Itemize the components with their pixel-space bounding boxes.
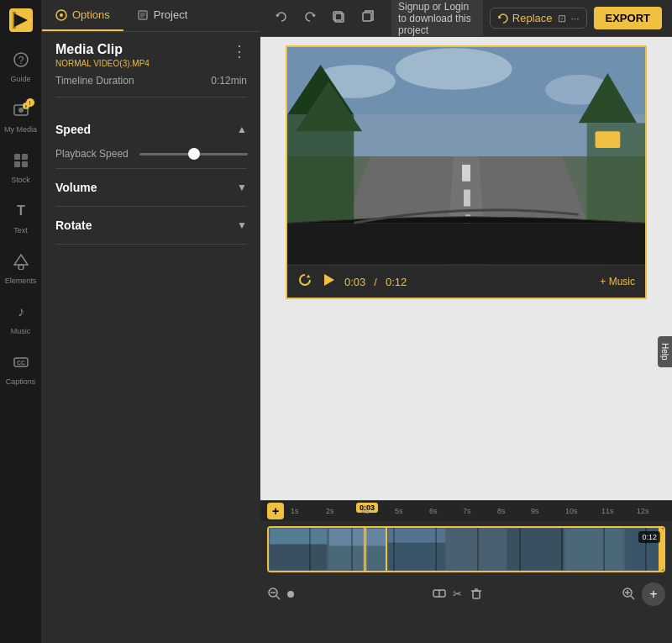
playback-speed-slider[interactable]: [139, 153, 248, 155]
add-track-button[interactable]: +: [642, 582, 665, 606]
svg-rect-45: [287, 223, 645, 265]
replay-icon: [297, 272, 312, 287]
options-tab-icon: [55, 9, 67, 21]
play-icon: [321, 272, 336, 287]
svg-rect-10: [22, 154, 28, 160]
svg-rect-56: [329, 529, 386, 545]
playback-speed-label: Playback Speed: [55, 148, 131, 160]
sidebar-item-text[interactable]: T Text: [0, 193, 42, 244]
music-icon: ♪: [13, 303, 29, 324]
rotate-chevron-icon: ▼: [237, 219, 247, 231]
duplicate-button[interactable]: [328, 6, 349, 31]
tab-options-label: Options: [72, 8, 110, 21]
options-panel: Options Project Media Clip NORMAL VIDEO(…: [42, 0, 260, 643]
replace-icon: [497, 13, 509, 24]
sidebar-item-music[interactable]: ♪ Music: [0, 294, 42, 345]
split-tool-button[interactable]: [433, 587, 446, 603]
volume-section-header[interactable]: Volume ▼: [55, 177, 247, 198]
more-options-button[interactable]: ···: [571, 13, 580, 24]
svg-rect-48: [270, 529, 327, 570]
sidebar-item-stock[interactable]: Stock: [0, 143, 42, 193]
road-scene: [287, 47, 645, 266]
resize-button[interactable]: ⊡: [558, 13, 566, 24]
trim-tool-button[interactable]: ✂: [451, 587, 465, 603]
zoom-out-button[interactable]: [267, 587, 281, 603]
sidebar-item-elements[interactable]: Elements: [0, 244, 42, 294]
svg-marker-14: [14, 255, 28, 265]
play-button[interactable]: [321, 272, 336, 291]
icon-sidebar: ? Guide ! My Media Stock: [0, 0, 42, 643]
svg-rect-37: [464, 190, 470, 207]
replay-button[interactable]: [297, 272, 312, 291]
ruler-mark-8s: 8s: [497, 507, 506, 515]
svg-point-20: [60, 13, 63, 17]
undo-button[interactable]: [270, 6, 292, 31]
add-music-button[interactable]: + Music: [600, 276, 635, 287]
replace-popup: Replace ⊡ ···: [490, 8, 587, 29]
replace-button[interactable]: Replace: [497, 12, 553, 24]
tab-project[interactable]: Project: [123, 0, 201, 31]
export-button[interactable]: EXPORT: [594, 7, 662, 29]
svg-rect-44: [596, 131, 621, 148]
svg-rect-49: [329, 529, 386, 570]
media-clip-more-button[interactable]: ⋮: [232, 42, 247, 61]
trash-icon: [470, 587, 483, 600]
sidebar-item-guide[interactable]: ? Guide: [0, 42, 42, 92]
preview-area: 0:03 / 0:12 + Music: [260, 37, 672, 500]
video-controls: 0:03 / 0:12 + Music: [287, 266, 645, 298]
add-timeline-button[interactable]: +: [267, 503, 284, 519]
video-track[interactable]: 0:12: [267, 526, 665, 572]
sidebar-item-my-media[interactable]: ! My Media: [0, 92, 42, 143]
svg-rect-12: [22, 161, 28, 167]
redo-button[interactable]: [299, 6, 321, 31]
track-thumbnail: [269, 528, 664, 571]
zoom-in-button[interactable]: [622, 587, 635, 603]
sidebar-item-elements-label: Elements: [5, 277, 37, 285]
text-icon: T: [13, 203, 29, 224]
ruler-mark-5s: 5s: [395, 507, 403, 515]
track-end-badge: 0:12: [638, 531, 660, 543]
sidebar-item-my-media-label: My Media: [4, 125, 37, 134]
speed-section-body: Playback Speed 1X: [55, 140, 247, 160]
svg-rect-50: [388, 529, 445, 570]
ruler-mark-9s: 9s: [531, 507, 539, 515]
volume-section: Volume ▼: [55, 169, 247, 207]
video-frame: [287, 47, 645, 266]
svg-rect-65: [473, 591, 480, 598]
rotate-section-header[interactable]: Rotate ▼: [55, 215, 247, 235]
sidebar-item-music-label: Music: [11, 327, 31, 335]
guide-icon: ?: [13, 51, 29, 72]
playback-speed-row: Playback Speed 1X: [55, 148, 247, 160]
sidebar-item-captions[interactable]: CC Captions: [0, 345, 42, 395]
top-toolbar: Signup or Login to download this project…: [260, 0, 672, 37]
ruler-mark-7s: 7s: [463, 507, 471, 515]
speed-section-header[interactable]: Speed ▲: [55, 119, 247, 140]
undo-icon: [274, 9, 289, 24]
svg-text:CC: CC: [16, 360, 24, 366]
captions-icon: CC: [13, 354, 29, 375]
svg-rect-36: [462, 165, 470, 182]
media-clip-subtitle: NORMAL VIDEO(3).MP4: [55, 59, 150, 68]
sidebar-item-guide-label: Guide: [10, 75, 30, 83]
ruler-marks: 1s 2s 0:03 4s 5s 6s 7s 8s 9s 10s 11s 12s: [291, 501, 665, 521]
panel-tabs: Options Project: [42, 0, 260, 32]
sidebar-item-stock-label: Stock: [11, 176, 30, 184]
svg-text:?: ?: [18, 55, 24, 66]
svg-rect-58: [364, 528, 367, 571]
help-tab[interactable]: Help: [658, 336, 672, 367]
delete-tool-button[interactable]: [470, 587, 483, 603]
my-media-icon: !: [13, 102, 29, 123]
time-separator: /: [374, 276, 377, 288]
speed-section-title: Speed: [55, 123, 91, 136]
svg-point-31: [396, 48, 512, 90]
svg-rect-27: [363, 13, 371, 21]
speed-section: Speed ▲ Playback Speed 1X: [55, 111, 247, 169]
signup-message: Signup or Login to download this project: [398, 1, 476, 36]
copy-button[interactable]: [356, 6, 378, 31]
main-area: Signup or Login to download this project…: [260, 0, 672, 643]
ruler-mark-2s: 2s: [326, 507, 334, 515]
speed-chevron-icon: ▲: [237, 124, 247, 135]
ruler-mark-11s: 11s: [601, 507, 614, 515]
tab-options[interactable]: Options: [42, 0, 123, 31]
panel-content: Media Clip NORMAL VIDEO(3).MP4 ⋮ Timelin…: [42, 32, 260, 643]
